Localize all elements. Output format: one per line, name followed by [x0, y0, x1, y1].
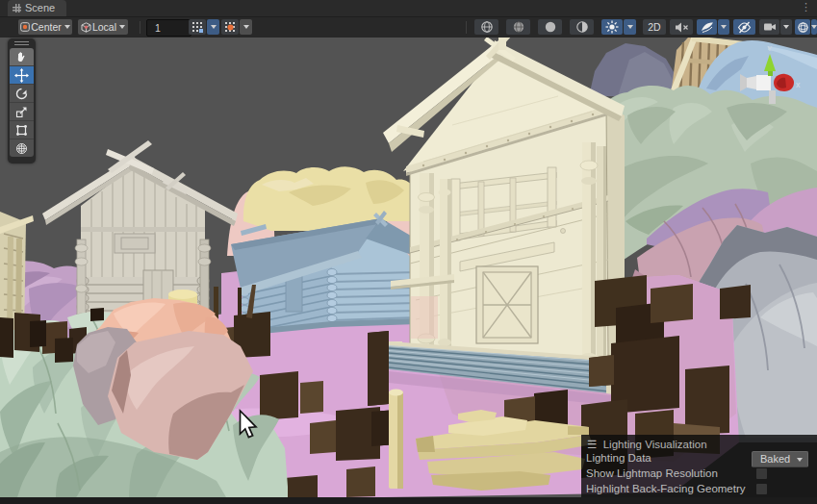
svg-text:x: x — [796, 80, 801, 89]
svg-text:Y: Y — [767, 44, 773, 53]
